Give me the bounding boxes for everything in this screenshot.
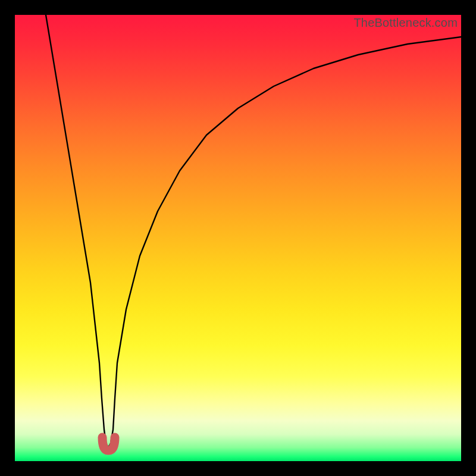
chart-frame: TheBottleneck.com [0,0,476,476]
plot-area: TheBottleneck.com [15,15,461,461]
watermark-text: TheBottleneck.com [353,16,458,30]
sweet-spot-marker [102,437,115,450]
curve-path [46,15,461,447]
bottleneck-curve [15,15,461,461]
